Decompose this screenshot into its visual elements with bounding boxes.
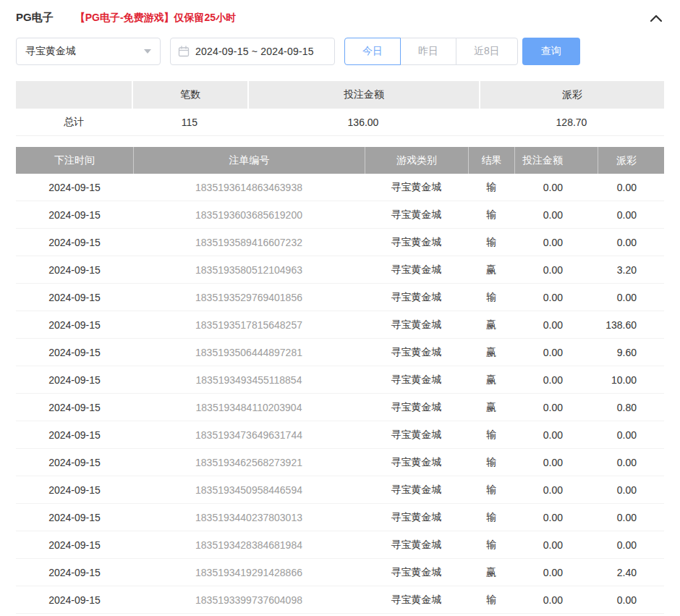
cell-bet-id: 1835193473649631744 — [133, 421, 365, 449]
bet-table-body: 2024-09-15 1835193614863463938 寻宝黄金城 输 0… — [16, 174, 664, 614]
table-row: 2024-09-15 1835193419291428866 寻宝黄金城 赢 0… — [16, 559, 664, 586]
table-row: 2024-09-15 1835193589416607232 寻宝黄金城 输 0… — [16, 229, 664, 256]
cell-payout: 9.60 — [598, 339, 664, 366]
cell-game-type: 寻宝黄金城 — [365, 476, 468, 504]
cell-game-type: 寻宝黄金城 — [365, 586, 468, 614]
cell-payout: 0.00 — [598, 476, 664, 504]
cell-bet-time: 2024-09-15 — [16, 366, 133, 394]
table-row: 2024-09-15 1835193517815648257 寻宝黄金城 赢 0… — [16, 311, 664, 339]
header-bet-amount: 投注金额 — [514, 147, 598, 174]
cell-payout: 0.00 — [598, 421, 664, 449]
cell-bet-id: 1835193506444897281 — [133, 339, 365, 366]
table-row: 2024-09-15 1835193450958446594 寻宝黄金城 输 0… — [16, 476, 664, 504]
cell-bet-time: 2024-09-15 — [16, 531, 133, 559]
cell-bet-time: 2024-09-15 — [16, 201, 133, 229]
cell-bet-time: 2024-09-15 — [16, 229, 133, 256]
cell-bet-id: 1835193529769401856 — [133, 284, 365, 311]
quick-btn-today[interactable]: 今日 — [344, 38, 401, 65]
cell-result: 输 — [468, 201, 514, 229]
date-range-input[interactable]: 2024-09-15 ~ 2024-09-15 — [170, 38, 335, 65]
date-range-value: 2024-09-15 ~ 2024-09-15 — [195, 46, 314, 57]
pg-records-panel: PG电子 【PG电子-免费游戏】仅保留25小时 寻宝黄金城 2024-09- — [0, 0, 680, 614]
cell-bet-id: 1835193603685619200 — [133, 201, 365, 229]
table-row: 2024-09-15 1835193399737604098 寻宝黄金城 输 0… — [16, 586, 664, 614]
cell-result: 输 — [468, 531, 514, 559]
cell-bet-amount: 0.00 — [514, 476, 598, 504]
header-game-type: 游戏类别 — [365, 147, 468, 174]
cell-bet-amount: 0.00 — [514, 449, 598, 476]
table-row: 2024-09-15 1835193529769401856 寻宝黄金城 输 0… — [16, 284, 664, 311]
cell-bet-amount: 0.00 — [514, 366, 598, 394]
cell-bet-id: 1835193614863463938 — [133, 174, 365, 201]
calendar-icon — [178, 46, 190, 57]
cell-result: 赢 — [468, 311, 514, 339]
summary-header-blank — [16, 81, 132, 109]
cell-payout: 0.00 — [598, 531, 664, 559]
quick-btn-last-8-days[interactable]: 近8日 — [456, 38, 518, 65]
game-select[interactable]: 寻宝黄金城 — [16, 38, 161, 65]
search-button[interactable]: 查询 — [522, 38, 580, 65]
cell-bet-id: 1835193589416607232 — [133, 229, 365, 256]
table-row: 2024-09-15 1835193614863463938 寻宝黄金城 输 0… — [16, 174, 664, 201]
quick-btn-yesterday[interactable]: 昨日 — [400, 38, 456, 65]
header-bet-time: 下注时间 — [16, 147, 133, 174]
cell-payout: 138.60 — [598, 311, 664, 339]
table-row: 2024-09-15 1835193603685619200 寻宝黄金城 输 0… — [16, 201, 664, 229]
cell-bet-time: 2024-09-15 — [16, 559, 133, 586]
cell-bet-id: 1835193517815648257 — [133, 311, 365, 339]
table-row: 2024-09-15 1835193473649631744 寻宝黄金城 输 0… — [16, 421, 664, 449]
cell-game-type: 寻宝黄金城 — [365, 174, 468, 201]
cell-game-type: 寻宝黄金城 — [365, 256, 468, 284]
summary-total-row: 总计 115 136.00 128.70 — [16, 109, 664, 136]
header-payout: 派彩 — [598, 147, 664, 174]
cell-payout: 10.00 — [598, 366, 664, 394]
cell-payout: 0.00 — [598, 586, 664, 614]
cell-bet-time: 2024-09-15 — [16, 284, 133, 311]
cell-game-type: 寻宝黄金城 — [365, 394, 468, 421]
cell-payout: 3.20 — [598, 256, 664, 284]
cell-bet-time: 2024-09-15 — [16, 311, 133, 339]
cell-payout: 0.00 — [598, 284, 664, 311]
cell-payout: 0.00 — [598, 174, 664, 201]
header-result: 结果 — [468, 147, 514, 174]
cell-bet-amount: 0.00 — [514, 284, 598, 311]
cell-game-type: 寻宝黄金城 — [365, 201, 468, 229]
cell-game-type: 寻宝黄金城 — [365, 311, 468, 339]
summary-total-label: 总计 — [16, 109, 132, 136]
cell-bet-amount: 0.00 — [514, 174, 598, 201]
game-select-value: 寻宝黄金城 — [25, 45, 76, 58]
cell-game-type: 寻宝黄金城 — [365, 284, 468, 311]
cell-bet-amount: 0.00 — [514, 394, 598, 421]
cell-bet-time: 2024-09-15 — [16, 586, 133, 614]
cell-result: 赢 — [468, 339, 514, 366]
title-wrap: PG电子 【PG电子-免费游戏】仅保留25小时 — [16, 11, 236, 25]
retention-notice: 【PG电子-免费游戏】仅保留25小时 — [75, 12, 236, 25]
table-row: 2024-09-15 1835193484110203904 寻宝黄金城 赢 0… — [16, 394, 664, 421]
cell-result: 输 — [468, 449, 514, 476]
cell-bet-amount: 0.00 — [514, 256, 598, 284]
cell-bet-id: 1835193450958446594 — [133, 476, 365, 504]
cell-bet-id: 1835193428384681984 — [133, 531, 365, 559]
cell-payout: 0.00 — [598, 201, 664, 229]
cell-game-type: 寻宝黄金城 — [365, 421, 468, 449]
cell-result: 赢 — [468, 559, 514, 586]
cell-game-type: 寻宝黄金城 — [365, 531, 468, 559]
cell-bet-amount: 0.00 — [514, 531, 598, 559]
cell-bet-id: 1835193484110203904 — [133, 394, 365, 421]
summary-header-count: 笔数 — [132, 81, 247, 109]
table-row: 2024-09-15 1835193428384681984 寻宝黄金城 输 0… — [16, 531, 664, 559]
cell-game-type: 寻宝黄金城 — [365, 339, 468, 366]
bet-table-header-row: 下注时间 注单编号 游戏类别 结果 投注金额 派彩 — [16, 147, 664, 174]
cell-payout: 2.40 — [598, 559, 664, 586]
cell-bet-id: 1835193399737604098 — [133, 586, 365, 614]
collapse-chevron-up-icon[interactable] — [648, 12, 664, 24]
summary-total-bet-amount: 136.00 — [247, 109, 479, 136]
cell-bet-id: 1835193580512104963 — [133, 256, 365, 284]
cell-bet-time: 2024-09-15 — [16, 394, 133, 421]
cell-result: 输 — [468, 284, 514, 311]
cell-bet-time: 2024-09-15 — [16, 339, 133, 366]
quick-range-button-group: 今日 昨日 近8日 — [344, 38, 518, 65]
cell-game-type: 寻宝黄金城 — [365, 366, 468, 394]
table-row: 2024-09-15 1835193580512104963 寻宝黄金城 赢 0… — [16, 256, 664, 284]
cell-bet-id: 1835193462568273921 — [133, 449, 365, 476]
